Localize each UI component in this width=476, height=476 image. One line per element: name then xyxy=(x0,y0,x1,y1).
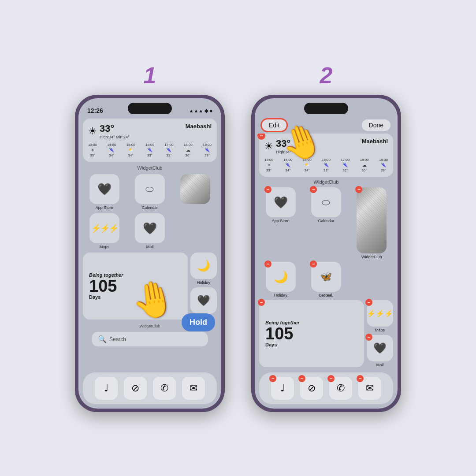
maps-p2-icon[interactable]: − ⚡⚡⚡ xyxy=(367,300,393,327)
app-store-icon-wrap: 🖤 App Store xyxy=(83,174,126,210)
done-button[interactable]: Done xyxy=(362,119,390,131)
maps-icon-wrap: ⚡⚡⚡ Maps xyxy=(83,213,126,249)
dock-messages-wrap-2: − ✉ xyxy=(358,377,381,400)
bereal-p2-icon[interactable]: − 🦋 xyxy=(311,262,341,292)
maps-label: Maps xyxy=(100,245,109,249)
sun-icon-1: ☀ xyxy=(88,126,97,137)
minus-dock-messages[interactable]: − xyxy=(357,375,364,382)
weather-hour-2: 15:00⛅34° xyxy=(126,143,135,157)
status-icons-1: ▲▲▲ ◆ ■ xyxy=(189,108,212,114)
widgetclub-large-icon[interactable] xyxy=(180,174,210,204)
phone-2-content: − ☀ 33° High:34° Maebashi 13:00☀33° xyxy=(255,134,398,370)
calendar-p2-wrap: − ⬭ Calendar xyxy=(305,187,347,223)
w2-hour-3: 16:00🌂33° xyxy=(322,158,331,172)
weather-sub-2: High:34° xyxy=(276,150,291,154)
holiday-p2-wrap: − 🌙 Holiday xyxy=(259,262,302,298)
countdown-number-1: 105 xyxy=(89,278,182,294)
minus-dock-phone[interactable]: − xyxy=(327,375,335,382)
w2-hour-2: 15:00⛅34° xyxy=(303,158,312,172)
maps-mail-col: − ⚡⚡⚡ Maps − 🖤 Mail xyxy=(367,300,393,367)
weather-widget-2: − ☀ 33° High:34° Maebashi 13:00☀33° xyxy=(259,134,393,177)
dock-2: − ♩ − ⊘ − ✆ − ✉ xyxy=(259,372,393,404)
weather-hour-3: 16:00🌂33° xyxy=(145,143,154,157)
marble-overlay-p2 xyxy=(357,187,387,253)
countdown-unit-2: Days xyxy=(265,342,358,347)
minus-calendar[interactable]: − xyxy=(310,186,317,193)
calendar-icon[interactable]: ⬭ xyxy=(135,174,165,204)
weather-hour-0: 13:00☀33° xyxy=(88,143,97,157)
weather-city-2: Maebashi xyxy=(362,138,388,145)
weather-hour-4: 17:00🌂32° xyxy=(164,143,173,157)
mail-p2-icon[interactable]: − 🖤 xyxy=(367,335,393,361)
sun-icon-2: ☀ xyxy=(264,141,273,152)
phone-2: Edit Done − ☀ 33° High:34° xyxy=(251,95,401,412)
minus-holiday[interactable]: − xyxy=(264,260,271,268)
w2-hour-5: 18:00☁30° xyxy=(360,158,369,172)
mail-icon[interactable]: 🖤 xyxy=(135,213,165,243)
time-1: 12:26 xyxy=(87,107,103,114)
edit-button[interactable]: Edit xyxy=(262,119,286,131)
empty-slot-icon xyxy=(180,213,210,243)
dock-phone-1[interactable]: ✆ xyxy=(153,377,176,400)
holiday-icon[interactable]: 🌙 xyxy=(190,253,217,279)
dock-phone-wrap-2: − ✆ xyxy=(329,377,352,400)
countdown-widget-2: − Being together 105 Days xyxy=(259,300,364,367)
widgetclub-large-p2[interactable] xyxy=(357,187,387,253)
maps-icon[interactable]: ⚡⚡⚡ xyxy=(89,213,119,243)
dock-messages-1[interactable]: ✉ xyxy=(182,377,205,400)
dock-music-wrap-2: − ♩ xyxy=(271,377,294,400)
minus-dock-music[interactable]: − xyxy=(269,375,276,382)
app-store-p2-wrap: − 🖤 App Store xyxy=(259,187,302,223)
widget-club-label-1: WidgetClub xyxy=(83,165,217,171)
calendar-label: Calendar xyxy=(142,205,158,210)
step-1-number: 1 xyxy=(144,64,156,87)
minus-appstore[interactable]: − xyxy=(264,186,271,193)
dynamic-island-2 xyxy=(304,103,348,114)
weather-hour-1: 14:00🌂34° xyxy=(107,143,116,157)
minus-countdown[interactable]: − xyxy=(258,299,265,306)
weather-hours-1: 13:00☀33° 14:00🌂34° 15:00⛅34° 16:00🌂33° … xyxy=(88,143,212,157)
phone-1-content: ☀ 33° High:34° Min:24° Maebashi 13:00☀33… xyxy=(78,119,221,370)
minus-maps[interactable]: − xyxy=(365,299,372,306)
maps-p2-label: Maps xyxy=(375,328,385,332)
edit-done-bar: Edit Done xyxy=(255,119,398,134)
weather-hour-5: 18:00☁30° xyxy=(184,143,193,157)
w2-hour-0: 13:00☀33° xyxy=(264,158,273,172)
foodie-icon[interactable]: 🖤 xyxy=(190,287,217,314)
marble-overlay xyxy=(180,174,210,204)
widgetclub-large-p2-label: WidgetClub xyxy=(361,255,382,259)
mail-icon-wrap: 🖤 Mail xyxy=(128,213,171,249)
widgetclub-large-p2-wrap: − WidgetClub xyxy=(350,187,393,259)
weather-hours-2: 13:00☀33° 14:00🌂34° 15:00⛅34° 16:00🌂33° … xyxy=(264,158,388,172)
weather-sub-1: High:34° Min:24° xyxy=(100,135,130,139)
weather-hour-6: 19:00🌂29° xyxy=(203,143,212,157)
widgetclub-large-icon-wrap xyxy=(174,174,217,210)
maps-p2-wrap: − ⚡⚡⚡ Maps xyxy=(367,300,393,332)
app-store-icon[interactable]: 🖤 xyxy=(89,174,119,204)
app-store-label: App Store xyxy=(96,205,113,210)
calendar-p2-label: Calendar xyxy=(318,219,335,223)
app-grid-p2-1: − 🖤 App Store − ⬭ Calendar xyxy=(259,187,393,259)
mail-label: Mail xyxy=(146,245,154,249)
holiday-p2-icon[interactable]: − 🌙 xyxy=(266,262,296,292)
dock-music-1[interactable]: ♩ xyxy=(95,377,118,400)
step-2-container: 2 Edit Done − ☀ xyxy=(251,64,401,412)
search-bar-1[interactable]: 🔍 Search xyxy=(92,332,208,346)
minus-dock-safari[interactable]: − xyxy=(298,375,305,382)
calendar-p2-icon[interactable]: − ⬭ xyxy=(311,187,341,217)
phone-1: 12:26 ▲▲▲ ◆ ■ ☀ 33° High:34° Min:24° xyxy=(75,95,225,412)
bottom-row-p2: − Being together 105 Days − ⚡⚡⚡ Maps xyxy=(259,300,393,367)
dock-safari-wrap-2: − ⊘ xyxy=(300,377,323,400)
minus-mail[interactable]: − xyxy=(365,334,372,341)
minus-bereal[interactable]: − xyxy=(310,260,317,268)
weather-temp-block-1: 33° High:34° Min:24° xyxy=(100,123,130,139)
weather-widget-1: ☀ 33° High:34° Min:24° Maebashi 13:00☀33… xyxy=(83,119,217,162)
step-2-number: 2 xyxy=(320,64,333,87)
weather-city-1: Maebashi xyxy=(186,123,212,130)
dock-safari-1[interactable]: ⊘ xyxy=(124,377,147,400)
app-store-p2-icon[interactable]: − 🖤 xyxy=(266,187,296,217)
bereal-p2-label: BeReal. xyxy=(319,293,333,298)
app-grid-2: ⚡⚡⚡ Maps 🖤 Mail xyxy=(83,213,217,249)
w2-hour-4: 17:00🌂32° xyxy=(341,158,350,172)
countdown-unit-1: Days xyxy=(89,294,182,300)
